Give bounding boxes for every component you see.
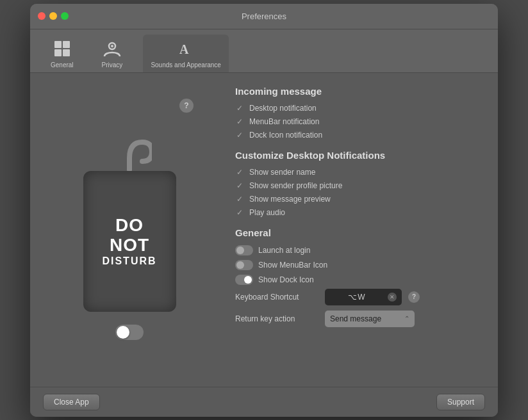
svg-point-5 — [111, 45, 113, 47]
show-message-preview-label: Show message preview — [249, 195, 331, 204]
svg-text:A: A — [179, 42, 189, 56]
sign-hook-svg — [107, 139, 152, 171]
show-message-preview-row[interactable]: ✓ Show message preview — [235, 194, 479, 204]
keyboard-shortcut-row: Keyboard Shortcut ⌥W ✕ ? — [235, 289, 479, 305]
check-icon-sender-name: ✓ — [235, 168, 244, 177]
dock-notification-row[interactable]: ✓ Dock Icon notification — [235, 130, 479, 140]
menubar-icon-toggle-knob — [236, 261, 244, 269]
privacy-icon — [102, 38, 122, 59]
dnd-sign: DO NOT DISTURB — [83, 171, 176, 312]
keyboard-help-icon[interactable]: ? — [408, 291, 420, 303]
content-area: ? DO NOT DISTURB — [30, 73, 498, 387]
dropdown-arrow-icon: ⌃ — [404, 315, 409, 322]
tab-sounds[interactable]: A Sounds and Appearance — [143, 35, 229, 72]
settings-panel: Incoming message ✓ Desktop notification … — [229, 73, 498, 387]
maximize-button[interactable] — [61, 12, 69, 20]
return-key-dropdown[interactable]: Send message ⌃ — [325, 311, 415, 327]
check-icon-desktop: ✓ — [235, 104, 244, 113]
support-button[interactable]: Support — [436, 394, 485, 410]
show-sender-name-label: Show sender name — [249, 168, 315, 177]
dnd-toggle[interactable] — [115, 325, 144, 340]
titlebar: Preferences — [30, 4, 498, 29]
minimize-button[interactable] — [49, 12, 57, 20]
tab-privacy-label: Privacy — [102, 61, 123, 69]
sounds-icon: A — [176, 38, 196, 59]
traffic-lights — [38, 12, 69, 20]
check-icon-play-audio: ✓ — [235, 208, 244, 217]
svg-rect-2 — [54, 49, 62, 56]
return-key-row: Return key action Send message ⌃ — [235, 311, 479, 327]
preferences-window: Preferences General Pr — [30, 4, 498, 417]
desktop-notification-label: Desktop notification — [249, 104, 317, 113]
check-icon-menubar: ✓ — [235, 117, 244, 126]
tab-privacy[interactable]: Privacy — [94, 35, 131, 72]
launch-toggle[interactable] — [235, 245, 253, 255]
tab-general[interactable]: General — [43, 35, 81, 72]
toolbar: General Privacy A Sounds and Appearance — [30, 29, 498, 73]
show-dock-icon-label: Show Dock Icon — [258, 275, 314, 284]
dock-icon-toggle-knob — [244, 276, 252, 284]
show-sender-name-row[interactable]: ✓ Show sender name — [235, 167, 479, 177]
sidebar: ? DO NOT DISTURB — [30, 73, 229, 387]
svg-rect-1 — [63, 41, 70, 48]
window-title: Preferences — [242, 12, 286, 21]
keyboard-shortcut-field-label: Keyboard Shortcut — [235, 293, 318, 302]
show-sender-picture-label: Show sender profile picture — [249, 181, 342, 190]
help-badge[interactable]: ? — [179, 99, 194, 113]
dock-icon-toggle[interactable] — [235, 275, 253, 285]
shortcut-value: ⌥W — [330, 293, 384, 302]
menubar-notification-row[interactable]: ✓ MenuBar notification — [235, 117, 479, 127]
check-icon-message-preview: ✓ — [235, 195, 244, 204]
customize-title: Customize Desktop Notifications — [235, 150, 479, 161]
general-icon — [52, 38, 72, 59]
toggle-knob — [117, 326, 129, 339]
dock-notification-label: Dock Icon notification — [249, 131, 322, 140]
check-icon-sender-picture: ✓ — [235, 181, 244, 190]
check-icon-dock: ✓ — [235, 131, 244, 140]
launch-at-login-row[interactable]: Launch at login — [235, 245, 479, 256]
show-dock-icon-row[interactable]: Show Dock Icon — [235, 274, 479, 286]
return-key-field-label: Return key action — [235, 314, 318, 323]
show-menubar-icon-label: Show MenuBar Icon — [258, 261, 327, 270]
tab-general-label: General — [51, 61, 74, 69]
footer: Close App Support — [30, 387, 498, 417]
sign-text: DO NOT DISTURB — [102, 216, 156, 266]
close-button[interactable] — [38, 12, 45, 20]
launch-toggle-knob — [236, 246, 244, 254]
desktop-notification-row[interactable]: ✓ Desktop notification — [235, 103, 479, 113]
show-sender-picture-row[interactable]: ✓ Show sender profile picture — [235, 181, 479, 191]
launch-at-login-label: Launch at login — [258, 246, 310, 255]
play-audio-label: Play audio — [249, 208, 285, 217]
return-key-value: Send message — [330, 314, 400, 323]
menubar-icon-toggle[interactable] — [235, 260, 253, 270]
incoming-message-title: Incoming message — [235, 86, 479, 97]
keyboard-shortcut-box[interactable]: ⌥W ✕ — [325, 289, 402, 305]
close-app-button[interactable]: Close App — [43, 394, 100, 410]
svg-rect-0 — [54, 41, 62, 48]
play-audio-row[interactable]: ✓ Play audio — [235, 207, 479, 218]
menubar-notification-label: MenuBar notification — [249, 117, 319, 126]
general-title: General — [235, 227, 479, 238]
tab-sounds-label: Sounds and Appearance — [151, 61, 221, 69]
svg-rect-3 — [63, 49, 70, 56]
shortcut-clear-button[interactable]: ✕ — [388, 293, 397, 302]
show-menubar-icon-row[interactable]: Show MenuBar Icon — [235, 259, 479, 271]
